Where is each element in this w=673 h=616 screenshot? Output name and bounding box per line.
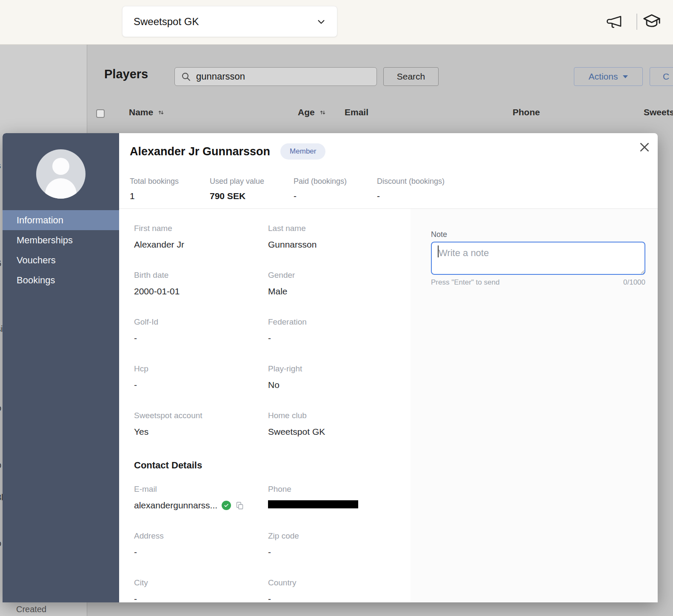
- field-golf-id: Golf-Id -: [134, 317, 268, 343]
- sidebar-item-vouchers[interactable]: Vouchers: [3, 250, 119, 270]
- copy-icon[interactable]: [235, 501, 244, 510]
- column-label: Sweets: [644, 107, 673, 117]
- field-address: Address -: [134, 531, 268, 557]
- field-country: Country -: [268, 578, 402, 602]
- verified-check-icon: [222, 501, 231, 510]
- note-input[interactable]: [431, 242, 645, 275]
- field-federation: Federation -: [268, 317, 402, 343]
- sort-icon[interactable]: [319, 109, 326, 116]
- field-birth-date: Birth date 2000-01-01: [134, 271, 268, 297]
- player-name-title: Alexander Jr Gunnarsson: [130, 145, 270, 158]
- field-email: E-mail alexandergunnarss...: [134, 485, 268, 510]
- created-column-fragment: Created: [16, 605, 46, 614]
- column-header-name[interactable]: Name: [129, 107, 165, 117]
- email-value: alexandergunnarss...: [134, 500, 217, 510]
- stat-used-play-value: Used play value 790 SEK: [210, 177, 294, 201]
- close-icon[interactable]: [638, 141, 651, 154]
- column-header-sweetspot[interactable]: Sweets: [644, 107, 673, 117]
- chevron-down-icon: [317, 17, 326, 26]
- player-detail-modal: Information Memberships Vouchers Booking…: [3, 133, 658, 602]
- note-hint: Press "Enter" to send: [431, 278, 499, 287]
- field-last-name: Last name Gunnarsson: [268, 224, 402, 250]
- players-search-box: [174, 67, 377, 86]
- actions-button[interactable]: Actions: [574, 67, 643, 86]
- stat-total-bookings: Total bookings 1: [130, 177, 210, 201]
- page-title: Players: [104, 67, 148, 81]
- field-zip-code: Zip code -: [268, 531, 402, 557]
- player-stats: Total bookings 1 Used play value 790 SEK…: [130, 177, 445, 201]
- avatar: [36, 149, 86, 199]
- column-label: Age: [298, 107, 315, 117]
- field-play-right: Play-right No: [268, 364, 402, 390]
- search-icon: [181, 71, 191, 82]
- note-hint-row: Press "Enter" to send 0/1000: [431, 278, 645, 287]
- caret-down-icon: [623, 75, 628, 78]
- clipped-right-button-label: C: [663, 71, 669, 82]
- topbar-divider: [636, 14, 637, 30]
- contact-fields: E-mail alexandergunnarss... Phone Addres…: [134, 485, 402, 602]
- field-phone: Phone: [268, 485, 402, 510]
- stat-discount-bookings: Discount (bookings) -: [377, 177, 445, 201]
- modal-sidebar-menu: Information Memberships Vouchers Booking…: [3, 210, 119, 290]
- graduation-cap-icon[interactable]: [642, 11, 662, 31]
- search-input[interactable]: [196, 71, 371, 82]
- member-badge: Member: [280, 143, 325, 160]
- contact-details-heading: Contact Details: [134, 460, 202, 471]
- field-hcp: Hcp -: [134, 364, 268, 390]
- note-char-counter: 0/1000: [623, 278, 645, 287]
- stat-paid-bookings: Paid (bookings) -: [294, 177, 377, 201]
- sort-icon[interactable]: [157, 109, 165, 116]
- clipped-right-button[interactable]: C: [650, 67, 673, 86]
- sidebar-item-bookings[interactable]: Bookings: [3, 270, 119, 290]
- redacted-phone-value: [268, 500, 358, 508]
- column-header-email[interactable]: Email: [345, 107, 368, 117]
- column-label: Phone: [513, 107, 540, 117]
- field-city: City -: [134, 578, 268, 602]
- field-gender: Gender Male: [268, 271, 402, 297]
- field-first-name: First name Alexander Jr: [134, 224, 268, 250]
- sidebar-item-information[interactable]: Information: [3, 210, 119, 230]
- column-header-phone[interactable]: Phone: [513, 107, 540, 117]
- megaphone-icon[interactable]: [606, 13, 624, 31]
- club-selector-value: Sweetspot GK: [134, 16, 199, 28]
- avatar-person-icon: [52, 158, 69, 175]
- sidebar-item-memberships[interactable]: Memberships: [3, 230, 119, 250]
- select-all-checkbox[interactable]: [96, 109, 105, 118]
- actions-button-label: Actions: [589, 71, 618, 82]
- field-home-club: Home club Sweetspot GK: [268, 411, 402, 437]
- field-sweetspot-account: Sweetspot account Yes: [134, 411, 268, 437]
- column-header-age[interactable]: Age: [298, 107, 326, 117]
- note-label: Note: [431, 230, 447, 239]
- club-selector-dropdown[interactable]: Sweetspot GK: [122, 6, 337, 37]
- info-fields: First name Alexander Jr Last name Gunnar…: [134, 224, 402, 437]
- column-label: Email: [345, 107, 368, 117]
- modal-header: Alexander Jr Gunnarsson Member: [130, 143, 325, 160]
- modal-sidebar: Information Memberships Vouchers Booking…: [3, 133, 119, 602]
- column-label: Name: [129, 107, 153, 117]
- topbar: Sweetspot GK: [0, 0, 673, 45]
- search-button[interactable]: Search: [383, 67, 439, 86]
